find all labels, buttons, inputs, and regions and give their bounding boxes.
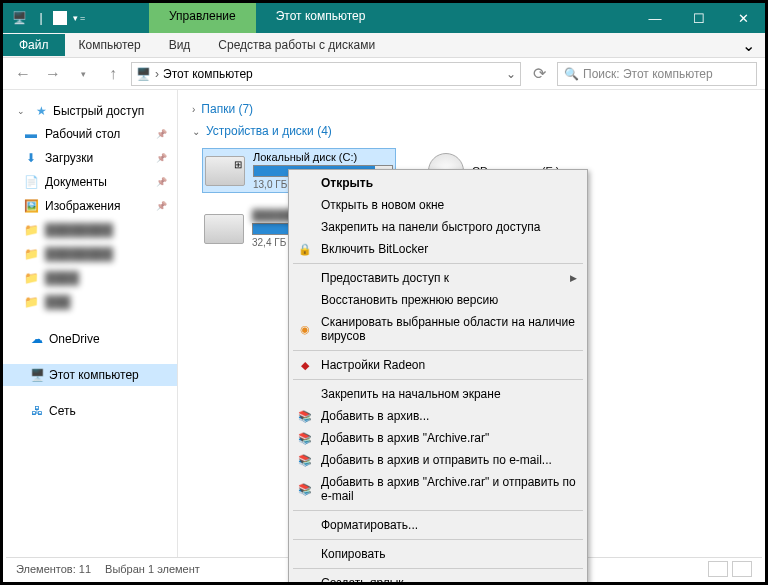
group-folders[interactable]: › Папки (7) — [192, 98, 751, 120]
blurred-label: ████████ — [45, 223, 113, 237]
chevron-right-icon[interactable]: › — [155, 67, 159, 81]
ctx-pin-start[interactable]: Закрепить на начальном экране — [291, 383, 585, 405]
ctx-scan-virus[interactable]: ◉Сканировать выбранные области на наличи… — [291, 311, 585, 347]
qat-sep: | — [31, 8, 51, 28]
sidebar-label: Рабочий стол — [45, 127, 120, 141]
ctx-restore-previous[interactable]: Восстановить прежнюю версию — [291, 289, 585, 311]
chevron-right-icon: ▶ — [570, 273, 577, 283]
onedrive-icon: ☁ — [29, 331, 45, 347]
downloads-icon: ⬇ — [23, 150, 39, 166]
pc-icon[interactable]: 🖥️ — [9, 8, 29, 28]
nav-forward-button[interactable]: → — [41, 62, 65, 86]
ctx-radeon[interactable]: ◆Настройки Radeon — [291, 354, 585, 376]
blurred-label: ███ — [45, 295, 71, 309]
sidebar-quick-access[interactable]: ⌄ ★ Быстрый доступ — [3, 100, 177, 122]
properties-icon[interactable] — [53, 11, 67, 25]
radeon-icon: ◆ — [297, 357, 313, 373]
separator — [293, 379, 583, 380]
ctx-pin-quick-access[interactable]: Закрепить на панели быстрого доступа — [291, 216, 585, 238]
folder-icon: 📁 — [23, 270, 39, 286]
titlebar: 🖥️ | ▾ = Управление Этот компьютер — ☐ ✕ — [3, 3, 765, 33]
ribbon-computer[interactable]: Компьютер — [65, 34, 155, 56]
quick-access-toolbar: 🖥️ | ▾ = — [3, 3, 89, 33]
separator — [293, 350, 583, 351]
separator — [293, 263, 583, 264]
ctx-open[interactable]: Открыть — [291, 172, 585, 194]
sidebar-label: Этот компьютер — [49, 368, 139, 382]
pictures-icon: 🖼️ — [23, 198, 39, 214]
close-button[interactable]: ✕ — [721, 3, 765, 33]
star-icon: ★ — [33, 103, 49, 119]
chevron-down-icon: ⌄ — [13, 103, 29, 119]
view-toggle — [708, 561, 752, 577]
status-selected: Выбран 1 элемент — [105, 563, 200, 575]
address-bar[interactable]: 🖥️ › Этот компьютер ⌄ — [131, 62, 521, 86]
ribbon-view[interactable]: Вид — [155, 34, 205, 56]
search-placeholder: Поиск: Этот компьютер — [583, 67, 713, 81]
address-bar-row: ← → ▾ ↑ 🖥️ › Этот компьютер ⌄ ⟳ 🔍 Поиск:… — [3, 58, 765, 90]
sidebar-item-folder[interactable]: 📁████████ — [3, 218, 177, 242]
blurred-label: ████████ — [45, 247, 113, 261]
view-details-button[interactable] — [708, 561, 728, 577]
ctx-add-send-mail[interactable]: 📚Добавить в архив и отправить по e-mail.… — [291, 449, 585, 471]
sidebar-item-desktop[interactable]: ▬ Рабочий стол — [3, 122, 177, 146]
drive-name: Локальный диск (C:) — [253, 151, 393, 163]
ctx-add-rar-send-mail[interactable]: 📚Добавить в архив "Archive.rar" и отправ… — [291, 471, 585, 507]
address-location[interactable]: Этот компьютер — [163, 67, 253, 81]
tab-thispc: Этот компьютер — [256, 3, 386, 33]
sidebar-this-pc[interactable]: 🖥️ Этот компьютер — [3, 364, 177, 386]
nav-history-icon[interactable]: ▾ — [71, 62, 95, 86]
group-devices[interactable]: ⌄ Устройства и диски (4) — [192, 120, 751, 142]
ribbon-disk-tools[interactable]: Средства работы с дисками — [204, 34, 389, 56]
minimize-button[interactable]: — — [633, 3, 677, 33]
chevron-right-icon[interactable]: › — [192, 104, 195, 115]
sidebar-item-pictures[interactable]: 🖼️ Изображения — [3, 194, 177, 218]
sidebar-label: Загрузки — [45, 151, 93, 165]
ctx-open-new-window[interactable]: Открыть в новом окне — [291, 194, 585, 216]
nav-back-button[interactable]: ← — [11, 62, 35, 86]
ctx-create-shortcut[interactable]: Создать ярлык — [291, 572, 585, 585]
sidebar-item-documents[interactable]: 📄 Документы — [3, 170, 177, 194]
view-tiles-button[interactable] — [732, 561, 752, 577]
qat-dropdown-icon[interactable]: ▾ = — [69, 8, 89, 28]
sidebar-onedrive[interactable]: ☁ OneDrive — [3, 328, 177, 350]
navigation-pane: ⌄ ★ Быстрый доступ ▬ Рабочий стол ⬇ Загр… — [3, 90, 178, 560]
winrar-icon: 📚 — [297, 481, 313, 497]
sidebar-label: Изображения — [45, 199, 120, 213]
ctx-bitlocker[interactable]: 🔒Включить BitLocker — [291, 238, 585, 260]
search-icon: 🔍 — [564, 67, 579, 81]
ctx-copy[interactable]: Копировать — [291, 543, 585, 565]
group-label: Устройства и диски (4) — [206, 124, 332, 138]
blurred-label: ████ — [45, 271, 79, 285]
sidebar-item-folder[interactable]: 📁███ — [3, 290, 177, 314]
sidebar-network[interactable]: 🖧 Сеть — [3, 400, 177, 422]
antivirus-icon: ◉ — [297, 321, 313, 337]
ctx-format[interactable]: Форматировать... — [291, 514, 585, 536]
pc-icon: 🖥️ — [29, 367, 45, 383]
sidebar-label: OneDrive — [49, 332, 100, 346]
search-input[interactable]: 🔍 Поиск: Этот компьютер — [557, 62, 757, 86]
drive-icon: ⊞ — [205, 156, 245, 186]
drive-icon — [204, 214, 244, 244]
tab-manage[interactable]: Управление — [149, 3, 256, 33]
sidebar-item-downloads[interactable]: ⬇ Загрузки — [3, 146, 177, 170]
winrar-icon: 📚 — [297, 430, 313, 446]
sidebar-item-folder[interactable]: 📁████████ — [3, 242, 177, 266]
status-elements: Элементов: 11 — [16, 563, 91, 575]
ctx-add-archive[interactable]: 📚Добавить в архив... — [291, 405, 585, 427]
context-menu: Открыть Открыть в новом окне Закрепить н… — [288, 169, 588, 585]
ribbon-expand-icon[interactable]: ⌄ — [732, 32, 765, 59]
ribbon-file[interactable]: Файл — [3, 34, 65, 56]
group-label: Папки (7) — [201, 102, 253, 116]
nav-up-button[interactable]: ↑ — [101, 62, 125, 86]
chevron-down-icon[interactable]: ⌄ — [192, 126, 200, 137]
ctx-add-archive-rar[interactable]: 📚Добавить в архив "Archive.rar" — [291, 427, 585, 449]
maximize-button[interactable]: ☐ — [677, 3, 721, 33]
separator — [293, 510, 583, 511]
refresh-button[interactable]: ⟳ — [527, 62, 551, 86]
folder-icon: 📁 — [23, 246, 39, 262]
bitlocker-icon: 🔒 — [297, 241, 313, 257]
sidebar-item-folder[interactable]: 📁████ — [3, 266, 177, 290]
address-dropdown-icon[interactable]: ⌄ — [506, 67, 516, 81]
ctx-share-access[interactable]: Предоставить доступ к▶ — [291, 267, 585, 289]
